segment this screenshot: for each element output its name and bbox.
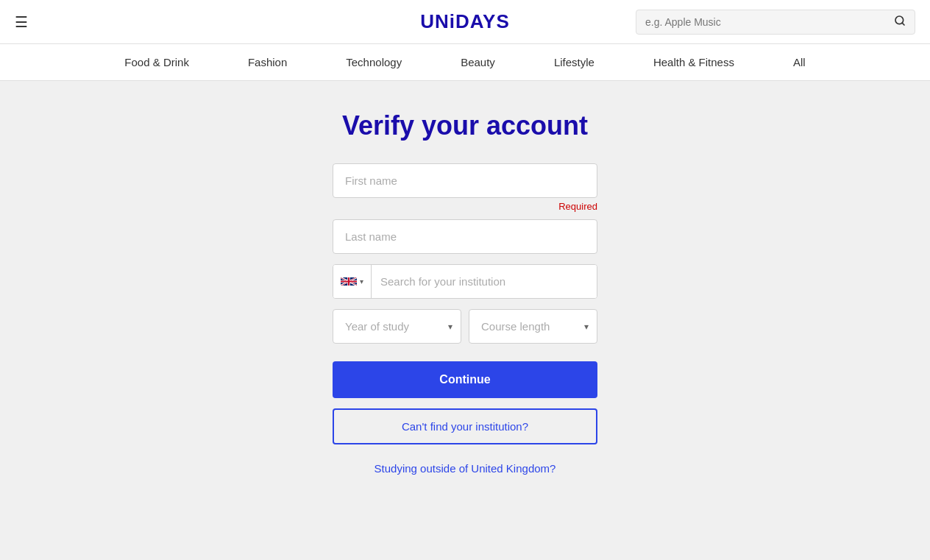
nav-item-fashion[interactable]: Fashion: [248, 56, 287, 68]
nav-item-all[interactable]: All: [793, 56, 806, 68]
course-length-wrapper: Course length 3 Years 4 Years 5 Years ▾: [469, 309, 597, 344]
nav-item-technology[interactable]: Technology: [346, 56, 402, 68]
nav: Food & Drink Fashion Technology Beauty L…: [0, 44, 930, 81]
header: ☰ UNiDAYS: [0, 0, 930, 44]
logo[interactable]: UNiDAYS: [420, 10, 510, 33]
nav-item-lifestyle[interactable]: Lifestyle: [554, 56, 594, 68]
nav-item-beauty[interactable]: Beauty: [461, 56, 495, 68]
year-of-study-select[interactable]: Year of study 1st Year 2nd Year 3rd Year…: [333, 309, 461, 344]
menu-icon[interactable]: ☰: [15, 13, 28, 31]
course-length-select[interactable]: Course length 3 Years 4 Years 5 Years: [469, 309, 597, 344]
first-name-input[interactable]: [333, 163, 597, 198]
studying-outside-link[interactable]: Studying outside of United Kingdom?: [333, 462, 597, 475]
dropdowns-row: Year of study 1st Year 2nd Year 3rd Year…: [333, 309, 597, 344]
cant-find-button[interactable]: Can't find your institution?: [333, 408, 597, 444]
institution-row: ▾: [333, 264, 597, 299]
last-name-wrapper: [333, 219, 597, 254]
nav-item-food-drink[interactable]: Food & Drink: [124, 56, 189, 68]
uk-flag-icon: [341, 276, 357, 287]
country-selector[interactable]: ▾: [333, 265, 372, 298]
main-content: Verify your account Required: [0, 81, 930, 504]
header-left: ☰: [15, 13, 40, 31]
search-icon: [894, 15, 906, 26]
nav-item-health-fitness[interactable]: Health & Fitness: [653, 56, 734, 68]
page-title: Verify your account: [342, 110, 588, 141]
first-name-wrapper: [333, 163, 597, 198]
svg-line-1: [902, 23, 904, 25]
year-of-study-wrapper: Year of study 1st Year 2nd Year 3rd Year…: [333, 309, 461, 344]
last-name-input[interactable]: [333, 219, 597, 254]
required-label: Required: [333, 201, 597, 212]
country-dropdown-arrow: ▾: [360, 277, 363, 286]
institution-input[interactable]: [372, 265, 597, 298]
search-input[interactable]: [645, 16, 894, 28]
search-bar: [636, 10, 915, 35]
continue-button[interactable]: Continue: [333, 361, 597, 398]
verification-form: Required ▾: [333, 163, 597, 475]
search-button[interactable]: [894, 15, 906, 29]
